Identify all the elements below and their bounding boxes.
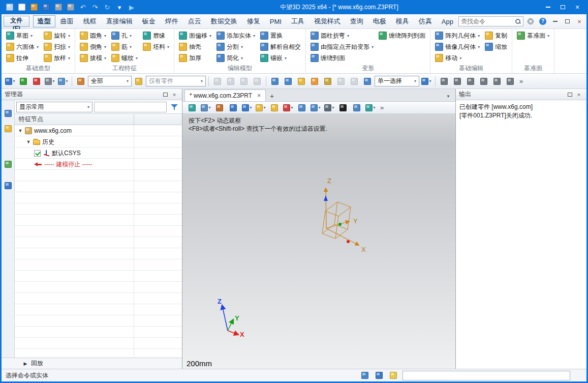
tree-node-default-csys[interactable]: 默认CSYS <box>15 148 182 159</box>
part-root-expander-icon[interactable]: ▼ <box>18 128 23 133</box>
open-file-button[interactable] <box>28 2 40 13</box>
refresh-button[interactable]: ↻ <box>101 2 113 13</box>
new-file-button[interactable] <box>16 2 28 13</box>
entity-filter-combo[interactable]: 全部▾ <box>88 76 132 86</box>
loft-button[interactable]: 放样▾ <box>42 52 72 64</box>
toolbar-overflow-button[interactable]: » <box>378 104 386 111</box>
ribbon-tab-2[interactable]: 线框 <box>79 15 101 27</box>
ribbon-tab-3[interactable]: 直接编辑 <box>102 15 137 27</box>
monitor-display-button[interactable] <box>373 369 385 381</box>
history-forward-button[interactable] <box>348 75 360 87</box>
revolve-button[interactable]: 旋转▾ <box>42 30 72 41</box>
snap-spline-button[interactable] <box>504 75 516 87</box>
stock-button[interactable]: 坯料▾ <box>141 41 171 52</box>
ribbon-tab-8[interactable]: 修复 <box>242 15 265 27</box>
selection-table-button[interactable] <box>282 75 294 87</box>
snap-arc-button[interactable] <box>491 75 503 87</box>
tab-list-button[interactable]: ▾ <box>443 91 453 101</box>
layer-manager-button[interactable] <box>308 75 321 87</box>
tree-node-part-root[interactable]: ▼www.x6g.com <box>15 125 182 136</box>
visual-manager-button[interactable] <box>2 158 14 170</box>
pick-accept-button[interactable] <box>251 75 263 87</box>
ribbon-tab-14[interactable]: 模具 <box>391 15 414 27</box>
table-display-button[interactable] <box>359 369 371 381</box>
snap-line-button[interactable] <box>451 75 463 87</box>
print-button[interactable] <box>52 2 65 13</box>
layer-display-button[interactable]: ▾ <box>323 102 335 114</box>
launch-button[interactable]: ▶ <box>126 2 138 13</box>
ribbon-tab-15[interactable]: 仿真 <box>414 15 437 27</box>
qat-customize-button[interactable]: ▾ <box>113 2 126 13</box>
fillet-button[interactable]: 圆角▾ <box>78 30 108 41</box>
document-tab[interactable]: * www.x6g.com.Z3PRT × <box>184 90 266 101</box>
doc-close-button[interactable]: × <box>574 16 584 26</box>
document-tab-close-icon[interactable]: × <box>257 92 261 99</box>
solid-manager-button[interactable] <box>2 123 14 135</box>
add-shape-button[interactable]: 添加实体▾ <box>214 30 257 41</box>
resolve-self-intersection-button[interactable]: 解析自相交 <box>258 41 303 52</box>
ribbon-tab-5[interactable]: 焊件 <box>161 15 183 27</box>
maximize-button[interactable] <box>555 2 570 13</box>
ribbon-tab-13[interactable]: 电极 <box>368 15 391 27</box>
extrude-button[interactable]: 拉伸 <box>4 52 41 64</box>
ribbon-tab-11[interactable]: 视觉样式 <box>310 15 345 27</box>
notes-display-button[interactable] <box>387 369 399 381</box>
shaded-display-button[interactable]: ▾ <box>364 102 377 114</box>
tree-node-history-folder[interactable]: ▼历史 <box>15 136 182 148</box>
grid-display-button[interactable]: ▾ <box>310 102 322 114</box>
doc-restore-button[interactable] <box>562 16 572 26</box>
thicken-button[interactable]: 加厚 <box>177 52 213 64</box>
target-view-button[interactable]: ▾ <box>282 102 294 114</box>
deform-from-point-button[interactable]: 由指定点开始变形▾ <box>308 41 376 52</box>
remove-selection-button[interactable] <box>30 75 43 87</box>
selection-filter-button[interactable]: ▾ <box>44 75 56 87</box>
line-width-button[interactable] <box>337 102 349 114</box>
history-folder-expander-icon[interactable]: ▼ <box>26 139 31 144</box>
folder-browser-button[interactable] <box>295 75 307 87</box>
snap-circle-button[interactable] <box>478 75 490 87</box>
box-button[interactable]: 六面体▾ <box>4 41 41 52</box>
minimize-button[interactable] <box>541 2 555 13</box>
scale-button[interactable]: 缩放 <box>483 41 509 52</box>
thread-button[interactable]: 螺纹▾ <box>109 52 140 64</box>
ribbon-tab-0[interactable]: 造型 <box>33 15 55 27</box>
chamfer-button[interactable]: 倒角▾ <box>78 41 108 52</box>
lip-button[interactable]: 唇缘 <box>141 30 171 41</box>
redo-button[interactable]: ↷ <box>89 2 101 13</box>
ribbon-tab-4[interactable]: 钣金 <box>138 15 160 27</box>
file-menu-button[interactable]: 文件(F) <box>4 16 29 27</box>
cylindrical-bend-button[interactable]: 圆柱折弯▾ <box>308 30 376 41</box>
selection-list-button[interactable] <box>269 75 281 87</box>
snap-polyline-button[interactable] <box>465 75 477 87</box>
plot-button[interactable] <box>65 2 77 13</box>
shell-button[interactable]: 抽壳 <box>177 41 213 52</box>
rib-button[interactable]: 筋▾ <box>109 41 140 52</box>
manager-float-button[interactable] <box>161 91 170 99</box>
simplify-button[interactable]: 简化▾ <box>214 52 257 64</box>
new-tab-button[interactable]: + <box>267 91 277 101</box>
sweep-button[interactable]: 扫掠▾ <box>42 41 72 52</box>
ribbon-tab-10[interactable]: 工具 <box>287 15 309 27</box>
part-filter-combo[interactable]: 仅有零件▾ <box>146 76 206 86</box>
pick-previous-button[interactable] <box>225 75 237 87</box>
viewport-frame-button[interactable] <box>351 102 363 114</box>
command-search-input[interactable] <box>461 18 515 25</box>
pen-style-button[interactable] <box>213 102 226 114</box>
iso-view-button[interactable] <box>268 102 281 114</box>
copy-button[interactable]: 复制 <box>483 30 509 41</box>
move-button[interactable]: 移动▾ <box>433 52 482 64</box>
confirm-selection-button[interactable]: ▾ <box>420 75 432 87</box>
mirror-geometry-button[interactable]: 镜像几何体▾ <box>433 41 482 52</box>
default-csys-checkbox[interactable] <box>34 150 41 157</box>
inlay-button[interactable]: 镶嵌▾ <box>258 52 303 64</box>
sphere-view-button[interactable]: ▾ <box>241 102 253 114</box>
grid-snap-button[interactable] <box>361 75 374 87</box>
pick-first-button[interactable] <box>211 75 224 87</box>
wrap-to-face-button[interactable]: 缠绕到面 <box>308 52 376 64</box>
feature-search-input[interactable] <box>94 102 167 112</box>
link-manager-button[interactable] <box>322 75 334 87</box>
snap-point-button[interactable] <box>438 75 450 87</box>
lasso-select-button[interactable]: ▾ <box>57 75 69 87</box>
appearance-button[interactable] <box>227 102 239 114</box>
view-file-button[interactable]: ▾ <box>200 102 212 114</box>
